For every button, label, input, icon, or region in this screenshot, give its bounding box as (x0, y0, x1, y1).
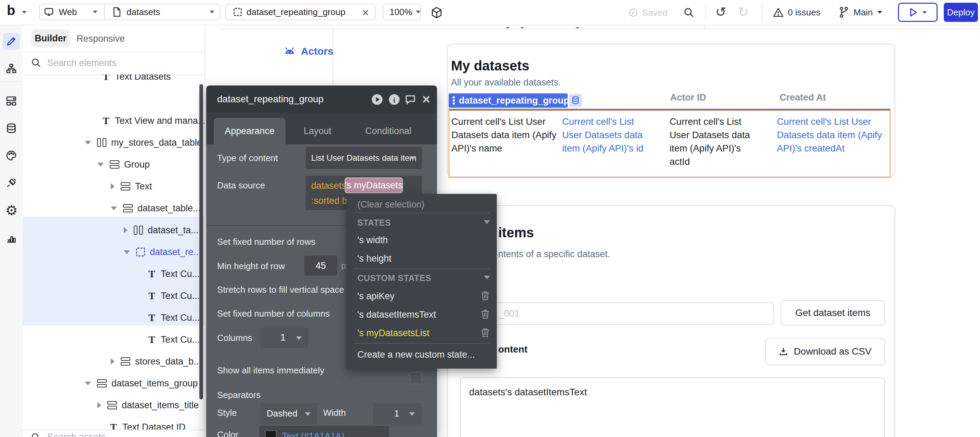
download-csv-button[interactable]: Download as CSV (765, 338, 885, 365)
tree-item-label: Text Cu... (161, 269, 200, 280)
tree-item[interactable]: my_stores_data_table (85, 132, 202, 153)
table-cell-createdat[interactable]: Current cell's List User Datasets data i… (777, 115, 893, 155)
dataset-content-box[interactable]: datasets's datasetItemsText (460, 377, 885, 437)
trash-icon[interactable] (481, 291, 490, 300)
tree-item[interactable]: stores_data_b... (111, 351, 201, 372)
table-cell-name[interactable]: Current cell's List User Datasets data i… (451, 115, 557, 155)
color-value-link[interactable]: Text (#1A1A1A) (282, 431, 344, 437)
caret-right-icon[interactable] (111, 183, 115, 189)
element-tab[interactable]: dataset_repeating_group ✕ (225, 4, 376, 20)
plugins-plug-icon[interactable] (5, 177, 17, 189)
redo-icon[interactable]: ↻ (738, 5, 749, 19)
dataset-id-input[interactable]: _001 (460, 302, 774, 325)
trash-icon[interactable] (481, 328, 490, 337)
branch-select[interactable]: Main (838, 6, 882, 19)
create-custom-state-item[interactable]: Create a new custom state... (357, 350, 475, 360)
tree-item[interactable]: Group (97, 154, 150, 175)
state-item-apikey[interactable]: 's apiKey (357, 291, 395, 302)
trash-icon[interactable] (481, 310, 490, 319)
tab-layout[interactable]: Layout (304, 126, 331, 137)
data-source-token[interactable]: 's myDatasets (345, 178, 403, 193)
caret-right-icon[interactable] (97, 402, 101, 408)
width-label: Width (323, 408, 346, 418)
tree-item[interactable]: T Text Cu... (148, 285, 200, 307)
tree-item[interactable]: dataset_ta... (124, 219, 199, 241)
logo-chevron-icon[interactable] (22, 11, 27, 14)
color-control[interactable]: Text (#1A1A1A) (259, 426, 389, 437)
tree-item[interactable]: dataset_items_group (85, 373, 198, 394)
tree-item[interactable]: T Text View and mana... (103, 110, 204, 131)
caret-right-icon[interactable] (124, 227, 127, 233)
state-item-width[interactable]: 's width (357, 235, 388, 246)
tree-item[interactable]: T Text Dataset ID (110, 416, 186, 429)
state-item-mydatasetslist[interactable]: 's myDatasetsList (357, 328, 430, 338)
type-of-content-select[interactable]: List User Datasets data item (306, 147, 422, 169)
tree-item-selected[interactable]: dataset_re... (124, 242, 201, 262)
min-height-input[interactable]: 45 (304, 256, 337, 276)
caret-down-icon[interactable] (111, 207, 117, 210)
panel-header[interactable]: dataset_repeating_group i ✕ (206, 86, 437, 113)
close-panel-icon[interactable]: ✕ (422, 93, 431, 106)
caret-down-icon[interactable] (97, 163, 103, 167)
issues-indicator[interactable]: 0 issues (773, 7, 820, 18)
tree-item[interactable]: dataset_items_title (97, 395, 199, 416)
assets-search-row[interactable]: Search assets (22, 429, 204, 437)
logs-chart-icon[interactable] (5, 232, 17, 244)
get-dataset-items-button[interactable]: Get dataset items (781, 300, 885, 326)
clear-selection-item[interactable]: (Clear selection) (357, 199, 425, 210)
workflows-sitemap-icon[interactable] (5, 63, 17, 75)
data-source-chip[interactable] (569, 94, 582, 107)
separator-width-select[interactable]: 1 (373, 403, 422, 424)
selected-element-badge[interactable]: dataset_repeating_group (449, 93, 568, 108)
preview-element-icon[interactable] (371, 94, 383, 105)
caret-down-icon[interactable] (85, 381, 91, 385)
tree-item[interactable]: Text (111, 176, 152, 197)
svg-text:i: i (393, 96, 395, 104)
chevron-down-icon (877, 11, 882, 14)
caret-down-icon[interactable] (124, 250, 130, 254)
custom-states-section-header[interactable]: CUSTOM STATES (357, 273, 431, 283)
tab-appearance[interactable]: Appearance (214, 118, 286, 144)
database-icon[interactable] (5, 122, 17, 134)
component-library-icon[interactable] (430, 6, 443, 19)
tab-responsive[interactable]: Responsive (76, 33, 125, 44)
type-of-content-value: List User Datasets data item (311, 153, 417, 163)
zoom-select[interactable]: 100% (383, 4, 421, 20)
table-cell-actid[interactable]: Current cell's List User Datasets data i… (670, 115, 762, 168)
close-tab-icon[interactable]: ✕ (361, 7, 369, 19)
columns-select[interactable]: 1 (261, 327, 309, 348)
style-select[interactable]: Dashed (261, 403, 317, 424)
deploy-button[interactable]: Deploy (944, 3, 978, 22)
selected-element-label: dataset_repeating_group (459, 95, 570, 106)
page-select[interactable]: datasets (112, 4, 215, 20)
preview-button[interactable] (898, 3, 938, 22)
platform-select[interactable]: Web (44, 4, 97, 20)
search-icon[interactable] (683, 7, 695, 19)
elements-search-row[interactable]: Search elements (22, 52, 204, 75)
show-all-checkbox[interactable] (410, 372, 422, 385)
caret-right-icon[interactable] (111, 358, 115, 364)
state-item-height[interactable]: 's height (357, 253, 391, 264)
states-section-header[interactable]: STATES (357, 218, 391, 228)
tree-item[interactable]: dataset_table... (111, 198, 201, 219)
comment-icon[interactable] (405, 94, 416, 105)
styles-palette-icon[interactable] (5, 150, 17, 161)
bubble-logo[interactable]: b (7, 3, 15, 18)
info-icon[interactable]: i (388, 94, 400, 105)
tree-item[interactable]: T Text Cu... (148, 307, 200, 328)
caret-down-icon[interactable] (85, 141, 91, 145)
components-icon[interactable] (5, 95, 17, 107)
settings-gear-icon[interactable]: ⚙ (5, 205, 17, 216)
undo-icon[interactable]: ↺ (715, 5, 726, 19)
page-nav-item-actors[interactable]: Actors (283, 44, 333, 58)
state-item-datasetitemstext[interactable]: 's datasetItemsText (357, 310, 436, 320)
tree-item[interactable]: T Text Datasets (103, 75, 171, 87)
tree-item-label: Text View and mana... (115, 116, 204, 126)
tree-item[interactable]: T Text Cu... (148, 329, 200, 350)
tab-conditional[interactable]: Conditional (365, 126, 411, 137)
tree-scrollbar[interactable] (199, 84, 203, 399)
tab-builder[interactable]: Builder (32, 29, 70, 47)
table-cell-id[interactable]: Current cell's List User Datasets data i… (562, 115, 655, 155)
tree-item[interactable]: T Text Cu... (148, 263, 200, 284)
rail-item-design[interactable] (3, 33, 20, 50)
